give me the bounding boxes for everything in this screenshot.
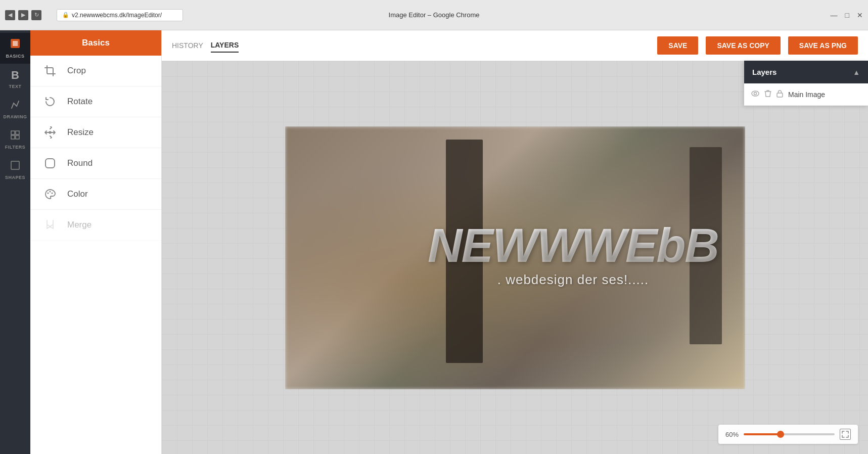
drawing-label: DRAWING (4, 114, 27, 119)
image-text-large: NEWWWEbB (428, 221, 718, 269)
text-icon: B (11, 69, 19, 82)
drawing-icon (10, 99, 21, 112)
svg-point-9 (48, 193, 49, 194)
svg-rect-6 (11, 161, 19, 169)
layers-tab[interactable]: LAYERS (211, 38, 239, 53)
tools-header: Basics (30, 30, 161, 56)
svg-rect-1 (13, 41, 18, 46)
svg-rect-4 (11, 135, 15, 139)
shapes-icon (10, 160, 21, 173)
nav-refresh-icon[interactable]: ↻ (31, 10, 41, 20)
basics-label: BASICS (6, 54, 24, 59)
browser-nav-controls: ◀ ▶ ↻ (5, 10, 41, 20)
tool-resize[interactable]: Resize (30, 117, 161, 148)
zoom-bar: 60% (718, 425, 858, 444)
layers-chevron-icon[interactable]: ▲ (853, 68, 860, 76)
round-icon (43, 157, 57, 169)
svg-point-12 (752, 91, 759, 96)
layer-item-main[interactable]: Main Image (744, 83, 868, 106)
image-text-overlay: NEWWWEbB . webdesign der ses!..... (428, 221, 718, 287)
maximize-button[interactable]: □ (845, 11, 849, 19)
merge-icon (43, 219, 57, 231)
svg-rect-8 (45, 159, 55, 168)
address-text: v2.newwwebcms.dk/ImageEditor/ (72, 12, 162, 19)
lock-icon: 🔒 (62, 12, 69, 18)
sidebar-item-text[interactable]: B TEXT (0, 64, 30, 94)
tool-round[interactable]: Round (30, 148, 161, 179)
layers-title: Layers (752, 68, 776, 76)
sidebar-item-basics[interactable]: BASICS (0, 33, 30, 64)
layer-lock-icon[interactable] (776, 89, 783, 99)
zoom-slider[interactable] (744, 433, 835, 435)
svg-rect-14 (777, 93, 783, 97)
filters-label: FILTERS (5, 145, 25, 150)
minimize-button[interactable]: — (831, 11, 838, 19)
toolbar: HISTORY LAYERS SAVE SAVE AS COPY SAVE AS… (162, 30, 868, 61)
window-controls: — □ ✕ (831, 11, 863, 19)
crop-icon (43, 65, 57, 77)
image-canvas: NEWWWEbB . webdesign der ses!..... (285, 126, 745, 389)
browser-chrome: ◀ ▶ ↻ 🔒 v2.newwwebcms.dk/ImageEditor/ Im… (0, 0, 868, 30)
canvas-wrapper: NEWWWEbB . webdesign der ses!..... 60% (162, 61, 868, 454)
layers-header: Layers ▲ (744, 61, 868, 83)
sidebar-item-shapes[interactable]: SHAPES (0, 155, 30, 185)
svg-rect-3 (16, 131, 19, 134)
tool-merge: Merge (30, 210, 161, 241)
app-container: BASICS B TEXT DRAWING FILTE (0, 30, 868, 454)
sidebar-item-filters[interactable]: FILTERS (0, 124, 30, 155)
svg-point-10 (50, 191, 51, 193)
icon-sidebar: BASICS B TEXT DRAWING FILTE (0, 30, 30, 454)
shapes-label: SHAPES (5, 175, 25, 180)
save-button[interactable]: SAVE (657, 36, 698, 55)
tool-rotate[interactable]: Rotate (30, 86, 161, 117)
history-tab[interactable]: HISTORY (172, 39, 203, 52)
layers-panel: Layers ▲ (744, 61, 868, 106)
zoom-expand-button[interactable] (840, 429, 851, 440)
basics-icon (10, 38, 21, 52)
round-label: Round (67, 158, 93, 168)
crop-label: Crop (67, 66, 86, 76)
filters-icon (10, 129, 21, 143)
close-button[interactable]: ✕ (857, 11, 863, 19)
svg-rect-5 (16, 135, 19, 139)
tools-panel: Basics Crop Rotate (30, 30, 162, 454)
svg-point-11 (52, 193, 53, 194)
color-label: Color (67, 189, 88, 199)
rotate-icon (43, 96, 57, 108)
tool-color[interactable]: Color (30, 179, 161, 210)
layer-visibility-icon[interactable] (751, 89, 759, 99)
rotate-label: Rotate (67, 97, 93, 107)
resize-icon (43, 126, 57, 139)
tool-crop[interactable]: Crop (30, 56, 161, 86)
browser-title: Image Editor – Google Chrome (389, 11, 480, 19)
canvas-area: HISTORY LAYERS SAVE SAVE AS COPY SAVE AS… (162, 30, 868, 454)
merge-label: Merge (67, 220, 92, 230)
layer-name: Main Image (788, 90, 861, 99)
layer-delete-icon[interactable] (764, 89, 771, 99)
svg-point-13 (754, 93, 757, 95)
svg-rect-2 (11, 131, 15, 134)
nav-icon[interactable]: ◀ (5, 10, 15, 20)
resize-label: Resize (67, 127, 94, 138)
save-copy-button[interactable]: SAVE AS COPY (706, 36, 780, 55)
color-icon (43, 188, 57, 200)
nav-forward-icon[interactable]: ▶ (18, 10, 28, 20)
address-bar[interactable]: 🔒 v2.newwwebcms.dk/ImageEditor/ (57, 9, 183, 21)
image-text-sub: . webdesign der ses!..... (428, 271, 718, 287)
zoom-value: 60% (725, 431, 739, 438)
save-png-button[interactable]: SAVE AS PNG (788, 36, 858, 55)
text-label: TEXT (9, 84, 21, 89)
sidebar-item-drawing[interactable]: DRAWING (0, 94, 30, 124)
